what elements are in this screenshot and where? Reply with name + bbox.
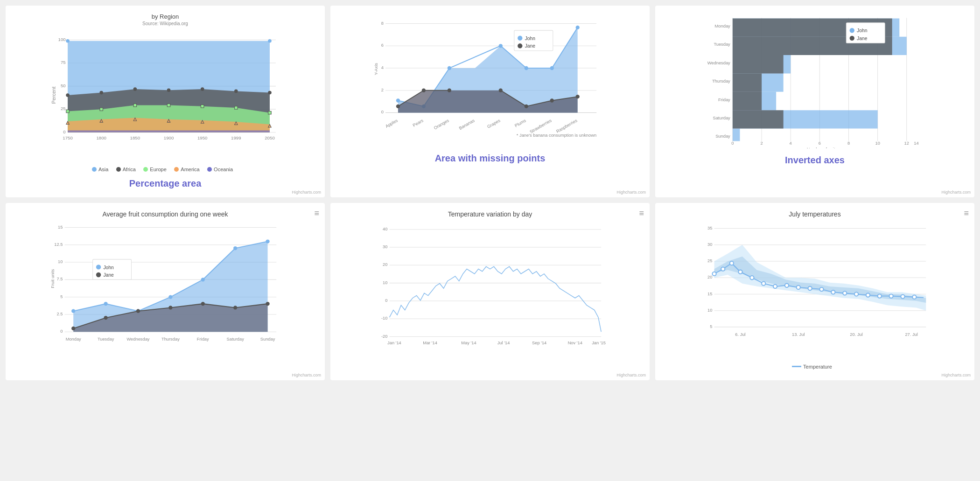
svg-text:0: 0 bbox=[63, 129, 66, 134]
svg-text:75: 75 bbox=[61, 60, 66, 65]
svg-point-27 bbox=[201, 88, 203, 91]
svg-text:8: 8 bbox=[847, 141, 850, 146]
svg-point-65 bbox=[576, 26, 580, 29]
svg-rect-33 bbox=[167, 104, 170, 106]
svg-text:15: 15 bbox=[707, 292, 712, 296]
svg-text:20. Jul: 20. Jul bbox=[850, 332, 862, 337]
svg-text:Pears: Pears bbox=[412, 118, 424, 128]
svg-text:4: 4 bbox=[381, 65, 384, 70]
svg-text:6. Jul: 6. Jul bbox=[735, 332, 745, 337]
svg-text:Percent: Percent bbox=[51, 86, 56, 104]
svg-text:Sep '14: Sep '14 bbox=[532, 341, 546, 345]
credit-missing-points: Highcharts.com bbox=[616, 190, 646, 195]
svg-point-26 bbox=[167, 89, 170, 91]
july-temp-card: ≡ July temperatures 35 30 25 20 15 10 5 bbox=[655, 203, 974, 380]
svg-text:Saturday: Saturday bbox=[227, 337, 245, 342]
svg-point-127 bbox=[850, 36, 854, 41]
svg-point-73 bbox=[576, 95, 580, 98]
svg-text:0: 0 bbox=[385, 298, 387, 303]
svg-text:Jane: Jane bbox=[103, 272, 114, 278]
inverted-axes-card: Monday Tuesday Wednesday Thursday Friday… bbox=[655, 6, 974, 197]
svg-rect-35 bbox=[235, 106, 238, 109]
svg-text:Monday: Monday bbox=[715, 24, 730, 28]
svg-text:50: 50 bbox=[61, 83, 66, 88]
svg-point-148 bbox=[168, 295, 172, 299]
svg-point-145 bbox=[71, 309, 75, 313]
svg-point-45 bbox=[268, 39, 271, 42]
chart-title-july: July temperatures bbox=[661, 210, 969, 218]
svg-text:Strawberries: Strawberries bbox=[529, 118, 553, 134]
menu-icon-july[interactable]: ≡ bbox=[964, 209, 969, 218]
fruit-consumption-svg: 15 12.5 10 7.5 5 2.5 0 Fruit units bbox=[11, 221, 319, 356]
svg-point-217 bbox=[797, 286, 800, 289]
svg-text:8: 8 bbox=[381, 21, 384, 26]
menu-icon-temp[interactable]: ≡ bbox=[639, 209, 644, 218]
svg-text:4: 4 bbox=[790, 141, 792, 146]
svg-point-222 bbox=[854, 292, 858, 296]
svg-text:1999: 1999 bbox=[231, 135, 241, 140]
svg-text:40: 40 bbox=[383, 227, 387, 231]
svg-rect-32 bbox=[133, 104, 136, 106]
svg-text:* Jane's banana consumption is: * Jane's banana consumption is unknown bbox=[517, 133, 596, 138]
svg-point-59 bbox=[396, 98, 400, 102]
svg-text:Tuesday: Tuesday bbox=[98, 337, 114, 342]
svg-point-23 bbox=[66, 94, 69, 97]
svg-point-71 bbox=[525, 105, 528, 108]
svg-text:25: 25 bbox=[707, 258, 712, 263]
svg-text:Sunday: Sunday bbox=[715, 134, 730, 139]
svg-text:2050: 2050 bbox=[265, 135, 275, 140]
svg-text:Bananas: Bananas bbox=[458, 118, 476, 131]
svg-point-68 bbox=[422, 89, 426, 92]
svg-text:6: 6 bbox=[819, 141, 821, 146]
svg-point-83 bbox=[518, 36, 522, 41]
svg-text:Monday: Monday bbox=[66, 337, 81, 342]
svg-point-29 bbox=[268, 91, 271, 94]
svg-point-159 bbox=[266, 302, 269, 306]
svg-text:Nov '14: Nov '14 bbox=[568, 341, 582, 345]
svg-text:12.5: 12.5 bbox=[54, 242, 63, 247]
svg-text:1900: 1900 bbox=[164, 135, 174, 140]
temp-variation-card: ≡ Temperature variation by day 40 30 20 … bbox=[330, 203, 650, 380]
svg-text:Thursday: Thursday bbox=[712, 79, 730, 84]
temp-variation-svg: 40 30 20 10 0 -10 -20 Jan '14 Mar '14 Ma… bbox=[336, 221, 644, 356]
svg-text:6: 6 bbox=[381, 43, 384, 48]
svg-point-214 bbox=[762, 282, 765, 286]
main-title-percentage-area: Percentage area bbox=[11, 174, 319, 192]
svg-text:Saturday: Saturday bbox=[713, 116, 730, 120]
svg-rect-31 bbox=[100, 108, 103, 111]
svg-text:Sunday: Sunday bbox=[260, 337, 275, 342]
svg-text:13. Jul: 13. Jul bbox=[792, 332, 805, 337]
svg-point-224 bbox=[878, 294, 882, 298]
svg-point-155 bbox=[136, 309, 140, 313]
svg-text:Tuesday: Tuesday bbox=[714, 42, 730, 47]
svg-text:Jan '15: Jan '15 bbox=[592, 341, 606, 345]
menu-icon-fruit[interactable]: ≡ bbox=[314, 209, 319, 218]
legend-july-temp: Temperature bbox=[661, 361, 969, 369]
fruit-consumption-card: ≡ Average fruit consumption during one w… bbox=[6, 203, 325, 380]
svg-point-221 bbox=[843, 291, 847, 295]
svg-point-63 bbox=[525, 66, 528, 70]
svg-text:Oranges: Oranges bbox=[433, 118, 450, 131]
svg-point-62 bbox=[499, 44, 503, 48]
svg-text:10: 10 bbox=[58, 259, 63, 264]
svg-text:-10: -10 bbox=[381, 316, 387, 321]
missing-points-card: 8 6 4 2 0 Y-Axis bbox=[330, 6, 650, 197]
chart-title-fruit: Average fruit consumption during one wee… bbox=[11, 210, 319, 218]
svg-text:10: 10 bbox=[875, 141, 880, 146]
svg-marker-120 bbox=[733, 55, 784, 73]
svg-text:Fruit units: Fruit units bbox=[50, 269, 55, 288]
svg-point-210 bbox=[721, 267, 725, 271]
chart-title-temp-var: Temperature variation by day bbox=[336, 210, 644, 218]
svg-point-158 bbox=[233, 306, 237, 309]
svg-point-212 bbox=[738, 270, 742, 274]
svg-text:Apples: Apples bbox=[385, 118, 399, 129]
svg-text:0: 0 bbox=[731, 141, 734, 146]
svg-text:12: 12 bbox=[904, 141, 909, 146]
svg-point-67 bbox=[396, 105, 400, 108]
svg-point-150 bbox=[233, 246, 237, 250]
svg-text:10: 10 bbox=[383, 280, 387, 285]
svg-text:2.5: 2.5 bbox=[56, 312, 63, 316]
svg-text:Mar '14: Mar '14 bbox=[423, 341, 437, 345]
svg-text:Friday: Friday bbox=[718, 98, 730, 102]
svg-point-218 bbox=[808, 286, 812, 290]
